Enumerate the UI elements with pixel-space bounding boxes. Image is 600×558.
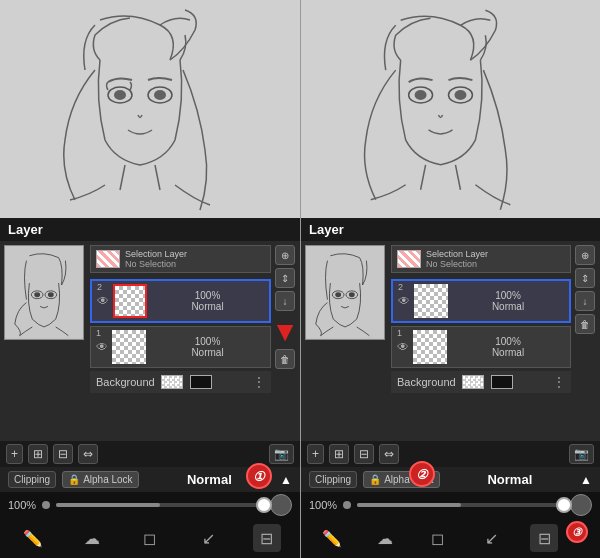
move-icon-left[interactable]: ↙: [194, 524, 222, 552]
smudge-icon-right[interactable]: ☁: [371, 524, 399, 552]
layer-1-row-left[interactable]: 1 👁 100% Normal: [90, 326, 271, 368]
layer-1-thumb-left: [112, 330, 146, 364]
right-panel: Layer ②: [300, 0, 600, 558]
layer-2-thumb-left: [113, 284, 147, 318]
layer-2-opacity-left: 100%: [151, 290, 264, 301]
badge-1-left: ①: [246, 463, 272, 489]
progress-fill-left: [56, 503, 160, 507]
badge-2-right: ②: [409, 461, 435, 487]
big-thumb-left: [4, 245, 84, 340]
side-bin-right[interactable]: 🗑: [575, 314, 595, 334]
pencil-icon-right[interactable]: ✏️: [318, 524, 346, 552]
transform-btn-right[interactable]: ⇔: [379, 444, 399, 464]
layer-1-mode-right: Normal: [451, 347, 565, 358]
svg-rect-0: [0, 0, 300, 220]
left-panel: Layer: [0, 0, 300, 558]
selection-thumb-right: [397, 250, 421, 268]
camera-btn-left[interactable]: 📷: [269, 444, 294, 464]
eye-icon-layer2-right[interactable]: 👁: [398, 294, 410, 308]
svg-point-19: [349, 292, 355, 297]
bg-label-right: Background: [397, 376, 456, 388]
layer-2-thumb-right: [414, 284, 448, 318]
more-icon-right[interactable]: ⋮: [553, 375, 565, 389]
layer-header-right: Layer: [301, 218, 600, 241]
tool-row-left: ✏️ ☁ ◻ ↙ ⊟: [0, 518, 300, 558]
side-bin-left[interactable]: 🗑: [275, 349, 295, 369]
pencil-icon-left[interactable]: ✏️: [19, 524, 47, 552]
svg-point-2: [114, 90, 126, 100]
no-selection-label-right: No Selection: [426, 259, 488, 269]
mode-label-right: Normal: [446, 472, 574, 487]
smudge-icon-left[interactable]: ☁: [78, 524, 106, 552]
layer-2-row-left[interactable]: 2 👁 100% Normal: [90, 279, 271, 323]
layer-2-mode-right: Normal: [452, 301, 564, 312]
side-download-right[interactable]: ↓: [575, 291, 595, 311]
layer-1-opacity-left: 100%: [150, 336, 265, 347]
move-icon-right[interactable]: ↙: [477, 524, 505, 552]
add-btn-right[interactable]: +: [307, 444, 324, 464]
more-icon-left[interactable]: ⋮: [253, 375, 265, 389]
eye-icon-layer1-left[interactable]: 👁: [96, 340, 108, 354]
progress-track-left[interactable]: [56, 503, 264, 507]
big-thumb-right: [305, 245, 385, 340]
svg-point-14: [454, 90, 466, 100]
layer-2-num-right: 2: [398, 282, 403, 292]
layer-2-mode-left: Normal: [151, 301, 264, 312]
bg-thumb-right: [462, 375, 484, 389]
camera-btn-right[interactable]: 📷: [569, 444, 594, 464]
svg-rect-10: [301, 0, 600, 219]
layer-1-thumb-right: [413, 330, 447, 364]
layer-2-row-right[interactable]: 2 👁 100% Normal: [391, 279, 571, 323]
bg-row-left: Background ⋮: [90, 371, 271, 393]
layer-1-num-left: 1: [96, 328, 101, 338]
eraser-icon-right[interactable]: ◻: [424, 524, 452, 552]
layer-1-mode-left: Normal: [150, 347, 265, 358]
eye-icon-layer1-right[interactable]: 👁: [397, 340, 409, 354]
selection-layer-row-right: Selection Layer No Selection: [391, 245, 571, 273]
side-download-left[interactable]: ↓: [275, 291, 295, 311]
clipping-btn-right[interactable]: Clipping: [309, 471, 357, 488]
side-move-left[interactable]: ⊕: [275, 245, 295, 265]
bg-thumb2-left: [190, 375, 212, 389]
bg-thumb2-right: [491, 375, 513, 389]
selection-layer-label-left: Selection Layer: [125, 249, 187, 259]
side-move-right[interactable]: ⊕: [575, 245, 595, 265]
merge-btn-right[interactable]: ⊞: [329, 444, 349, 464]
side-resize-right[interactable]: ⇕: [575, 268, 595, 288]
add-btn-left[interactable]: +: [6, 444, 23, 464]
lock-icon-left: 🔒: [68, 474, 80, 485]
bg-label-left: Background: [96, 376, 155, 388]
transform-btn-left[interactable]: ⇔: [78, 444, 98, 464]
layer-1-row-right[interactable]: 1 👁 100% Normal: [391, 326, 571, 368]
progress-knob-left: [256, 497, 272, 513]
layer-2-num-left: 2: [97, 282, 102, 292]
svg-point-8: [34, 292, 40, 297]
circle-color-left[interactable]: [270, 494, 292, 516]
progress-track-right[interactable]: [357, 503, 564, 507]
layer-header-left: Layer: [0, 218, 300, 241]
eye-icon-layer2-left[interactable]: 👁: [97, 294, 109, 308]
mode-arrow-left[interactable]: ▲: [280, 473, 292, 487]
clipping-btn-left[interactable]: Clipping: [8, 471, 56, 488]
layer-icon-left[interactable]: ⊟: [253, 524, 281, 552]
tool-row-right: ✏️ ☁ ◻ ↙ ⊟ ③: [301, 518, 600, 558]
side-resize-left[interactable]: ⇕: [275, 268, 295, 288]
layer-icon-right[interactable]: ⊟: [530, 524, 558, 552]
layer-1-opacity-right: 100%: [451, 336, 565, 347]
layer-2-opacity-right: 100%: [452, 290, 564, 301]
bottom-toolbar-right: + ⊞ ⊟ ⇔ 📷: [301, 441, 600, 467]
copy-btn-left[interactable]: ⊟: [53, 444, 73, 464]
alpha-lock-btn-left[interactable]: 🔒 Alpha Lock: [62, 471, 138, 488]
eraser-icon-left[interactable]: ◻: [136, 524, 164, 552]
zoom-pct-right: 100%: [309, 499, 337, 511]
mode-bar-right: Clipping 🔒 Alpha Lock Normal ▲: [301, 467, 600, 492]
progress-bar-row-left: 100%: [0, 492, 300, 518]
copy-btn-right[interactable]: ⊟: [354, 444, 374, 464]
selection-layer-row-left: Selection Layer No Selection: [90, 245, 271, 273]
merge-btn-left[interactable]: ⊞: [28, 444, 48, 464]
circle-color-right[interactable]: [570, 494, 592, 516]
layer-panel-left: Layer: [0, 218, 300, 558]
no-selection-label-left: No Selection: [125, 259, 187, 269]
layer-1-num-right: 1: [397, 328, 402, 338]
mode-arrow-right[interactable]: ▲: [580, 473, 592, 487]
